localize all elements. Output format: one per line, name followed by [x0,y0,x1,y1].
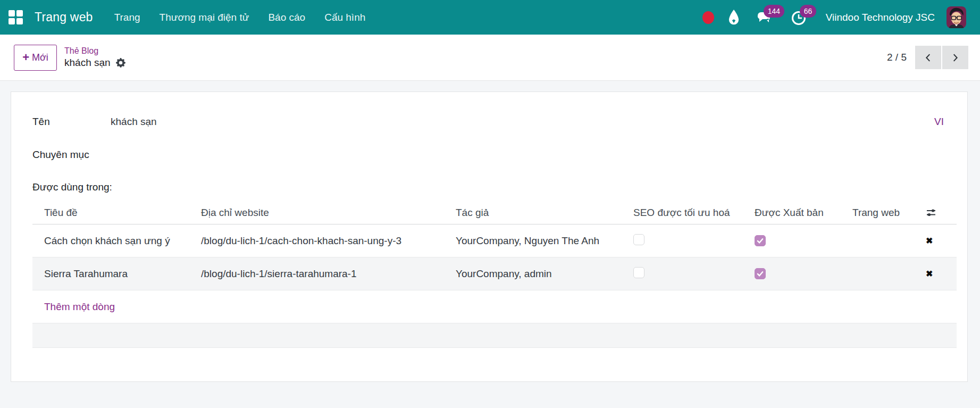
optional-columns-icon[interactable] [918,207,957,218]
new-record-button-label: Mới [32,52,48,63]
add-line-link[interactable]: Thêm một dòng [32,301,115,313]
header-seo-optimized[interactable]: SEO được tối ưu hoá [622,207,743,219]
cell-published [743,235,841,247]
pager-previous-button[interactable] [915,46,941,69]
table-row[interactable]: Sierra Tarahumara /blog/du-lich-1/sierra… [32,257,957,290]
droplet-icon[interactable] [727,9,741,26]
record-indicator-icon[interactable] [702,11,714,24]
current-app-name[interactable]: Trang web [35,10,93,24]
new-record-button[interactable]: + Mới [14,45,57,71]
cell-website-url: /blog/du-lich-1/cach-chon-khach-san-ung-… [189,235,444,247]
pager-value: 2 / 5 [887,52,907,63]
apps-menu-icon[interactable] [9,10,23,24]
header-website[interactable]: Trang web [841,207,918,219]
header-website-url[interactable]: Địa chỉ website [189,207,444,219]
used-in-label: Được dùng trong: [32,181,112,194]
published-checkbox[interactable] [755,235,766,246]
name-field-label: Tên [32,115,111,128]
apps-grid-square [9,10,15,16]
top-navbar: Trang web Trang Thương mại điện tử Báo c… [0,0,980,35]
table-header-row: Tiêu đề Địa chỉ website Tác giả SEO được… [32,202,957,224]
activities-count-badge: 66 [800,5,817,18]
menu-item-trang[interactable]: Trang [114,12,140,23]
cell-title: Sierra Tarahumara [32,268,189,280]
cell-author: YourCompany, admin [444,268,622,280]
user-avatar[interactable] [947,6,966,28]
apps-grid-square [9,18,15,24]
cell-published [743,268,841,280]
plus-icon: + [22,53,29,62]
chevron-left-icon [923,53,933,63]
apps-grid-square [16,10,23,16]
seo-optimized-checkbox[interactable] [633,267,644,278]
header-published[interactable]: Được Xuất bản [743,207,841,219]
app-menu-bar: Trang Thương mại điện tử Báo cáo Cấu hìn… [114,12,366,23]
form-sheet: Tên khách sạn VI Chuyên mục Được dùng tr… [11,91,968,382]
name-field-input[interactable]: khách sạn [111,115,934,128]
cell-seo-optimized [622,234,743,248]
cell-seo-optimized [622,267,743,281]
messages-count-badge: 144 [764,5,784,18]
control-panel: + Mới Thẻ Blog khách sạn 2 / 5 [0,35,980,81]
header-author[interactable]: Tác giả [444,207,622,219]
activities-clock-icon[interactable]: 66 [791,9,808,26]
seo-optimized-checkbox[interactable] [633,234,644,245]
category-field-label: Chuyên mục [32,148,111,161]
menu-item-thuong-mai-dien-tu[interactable]: Thương mại điện tử [160,12,249,23]
user-menu[interactable]: Viindoo Technology JSC [826,12,935,23]
cell-author: YourCompany, Nguyen The Anh [444,235,622,247]
empty-striped-row [32,323,957,348]
breadcrumb-parent-link[interactable]: Thẻ Blog [64,46,125,56]
header-title[interactable]: Tiêu đề [32,207,189,219]
topbar-systray: 144 66 Viindoo Technology JSC [702,6,966,28]
pager: 2 / 5 [887,46,968,69]
chevron-right-icon [950,53,960,63]
published-checkbox[interactable] [755,268,766,279]
cell-title: Cách chọn khách sạn ưng ý [32,235,189,247]
cell-website-url: /blog/du-lich-1/sierra-tarahumara-1 [189,268,444,280]
breadcrumb-current: khách sạn [64,56,111,69]
apps-grid-square [16,18,23,24]
odoo-window: Trang web Trang Thương mại điện tử Báo c… [0,0,980,408]
add-line-row: Thêm một dòng [32,290,957,323]
action-gear-icon[interactable] [116,58,125,68]
used-in-table: Tiêu đề Địa chỉ website Tác giả SEO được… [32,202,957,348]
breadcrumb: Thẻ Blog khách sạn [64,46,125,69]
delete-row-button[interactable]: ✖ [926,270,933,278]
pager-next-button[interactable] [942,46,968,69]
messages-icon[interactable]: 144 [755,9,773,26]
used-in-label-row: Được dùng trong: [32,181,944,194]
translation-lang-button[interactable]: VI [934,115,944,128]
delete-row-button[interactable]: ✖ [926,237,933,245]
menu-item-bao-cao[interactable]: Báo cáo [268,12,305,23]
field-row-category: Chuyên mục [32,148,944,161]
menu-item-cau-hinh[interactable]: Cấu hình [324,12,365,23]
table-row[interactable]: Cách chọn khách sạn ưng ý /blog/du-lich-… [32,224,957,257]
field-row-name: Tên khách sạn VI [32,115,944,128]
